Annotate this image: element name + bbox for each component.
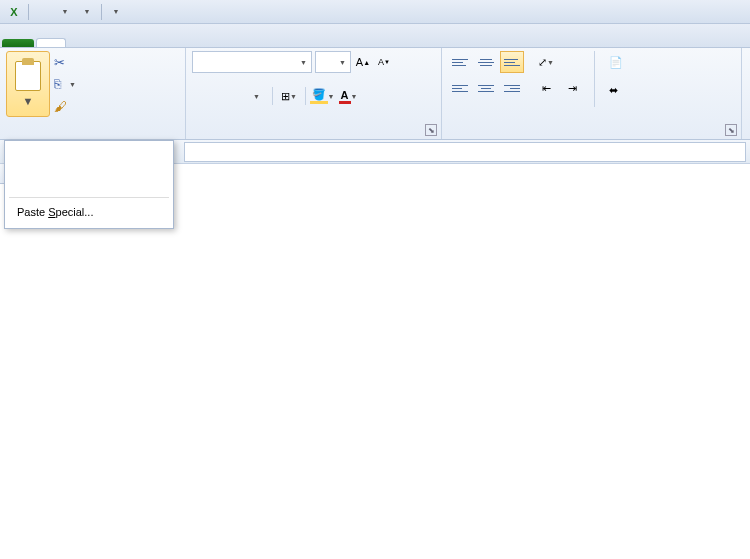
copy-button[interactable]: ⎘▼ — [54, 73, 76, 95]
group-clipboard: ▼ ✂ ⎘▼ 🖌 — [0, 48, 186, 139]
shrink-font-button[interactable]: A▼ — [375, 52, 393, 72]
align-bottom[interactable] — [500, 51, 524, 73]
merge-icon: ⬌ — [609, 84, 618, 97]
font-launcher[interactable]: ⬊ — [425, 124, 437, 136]
quick-access-toolbar: X ▼ ▼ ▼ — [0, 0, 750, 24]
group-alignment: ⤢▼ ⇤ ⇥ 📄 ⬌ ⬊ — [442, 48, 742, 139]
align-right[interactable] — [500, 77, 524, 99]
outdent-icon: ⇤ — [542, 82, 551, 95]
align-left[interactable] — [448, 77, 472, 99]
copy-icon: ⎘ — [54, 77, 61, 91]
increase-indent[interactable]: ⇥ — [560, 77, 584, 99]
group-font: ▼ ▼ A▲ A▼ ▼ ⊞▼ 🪣▼ A▼ ⬊ — [186, 48, 442, 139]
orientation-icon: ⤢ — [538, 56, 547, 69]
align-top[interactable] — [448, 51, 472, 73]
redo-button[interactable]: ▼ — [77, 2, 97, 22]
cut-button[interactable]: ✂ — [54, 51, 76, 73]
grow-font-button[interactable]: A▲ — [354, 52, 372, 72]
save-button[interactable] — [33, 2, 53, 22]
fill-color-button[interactable]: 🪣▼ — [310, 85, 334, 107]
brush-icon: 🖌 — [54, 99, 67, 114]
italic-button[interactable] — [218, 85, 242, 107]
group-title-alignment — [448, 135, 735, 137]
paste-button[interactable]: ▼ — [6, 51, 50, 117]
tab-review[interactable] — [178, 39, 206, 47]
ribbon-tabs — [0, 24, 750, 48]
font-size-combo[interactable]: ▼ — [315, 51, 351, 73]
tab-view[interactable] — [206, 39, 234, 47]
tab-insert[interactable] — [66, 39, 94, 47]
undo-button[interactable]: ▼ — [55, 2, 75, 22]
clipboard-icon — [15, 61, 41, 91]
bucket-icon: 🪣 — [310, 88, 328, 104]
bold-button[interactable] — [192, 85, 216, 107]
underline-button[interactable]: ▼ — [244, 85, 268, 107]
decrease-indent[interactable]: ⇤ — [534, 77, 558, 99]
tab-home[interactable] — [36, 38, 66, 47]
align-buttons — [448, 51, 524, 101]
align-center[interactable] — [474, 77, 498, 99]
tab-data[interactable] — [150, 39, 178, 47]
formula-input[interactable] — [184, 142, 746, 162]
ribbon: ▼ ✂ ⎘▼ 🖌 ▼ ▼ A▲ A▼ ▼ ⊞▼ — [0, 48, 750, 140]
paste-special-button[interactable]: Paste Special... — [9, 200, 169, 224]
tab-page-layout[interactable] — [94, 39, 122, 47]
excel-icon[interactable]: X — [4, 2, 24, 22]
font-name-combo[interactable]: ▼ — [192, 51, 312, 73]
tab-file[interactable] — [2, 39, 34, 47]
qat-customize[interactable]: ▼ — [106, 2, 126, 22]
font-color-icon: A — [339, 89, 351, 104]
wrap-text-button[interactable]: 📄 — [605, 51, 631, 73]
paste-dropdown-menu: Paste Special... — [4, 140, 174, 229]
wrap-icon: 📄 — [609, 56, 623, 69]
scissors-icon: ✂ — [54, 55, 65, 70]
merge-center-button[interactable]: ⬌ — [605, 79, 631, 101]
align-middle[interactable] — [474, 51, 498, 73]
font-color-button[interactable]: A▼ — [336, 85, 360, 107]
border-button[interactable]: ⊞▼ — [277, 85, 301, 107]
border-icon: ⊞ — [281, 90, 290, 103]
tab-formulas[interactable] — [122, 39, 150, 47]
indent-icon: ⇥ — [568, 82, 577, 95]
group-title-font — [192, 135, 435, 137]
alignment-launcher[interactable]: ⬊ — [725, 124, 737, 136]
orientation-button[interactable]: ⤢▼ — [534, 51, 558, 73]
format-painter-button[interactable]: 🖌 — [54, 95, 76, 117]
